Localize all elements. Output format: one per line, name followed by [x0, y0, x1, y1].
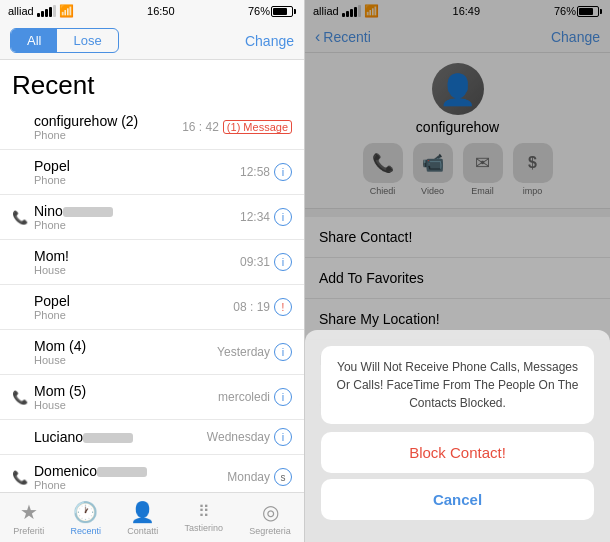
contact-time: 09:31: [240, 255, 270, 269]
voicemail-icon: ◎: [262, 500, 279, 524]
contact-info: Mom (5) House: [34, 383, 218, 411]
segment-control[interactable]: All Lose: [10, 28, 119, 53]
contact-info: Nino Phone: [34, 203, 240, 231]
contact-type: Phone: [34, 309, 233, 321]
phone-icon: 📞: [12, 390, 28, 405]
segment-lose[interactable]: Lose: [57, 29, 117, 52]
tab-label: Preferiti: [13, 526, 44, 536]
tab-segreteria[interactable]: ◎ Segreteria: [249, 500, 291, 536]
header-left: All Lose Change: [0, 22, 304, 60]
change-button-left[interactable]: Change: [245, 33, 294, 49]
tab-preferiti[interactable]: ★ Preferiti: [13, 500, 44, 536]
contact-type: Phone: [34, 219, 240, 231]
contact-name: configurehow (2): [34, 113, 182, 129]
contact-name: Popel: [34, 293, 233, 309]
contacts-list: configurehow (2) Phone 16 : 42 (1) Messa…: [0, 105, 304, 492]
alert-warning-text: You Will Not Receive Phone Calls, Messag…: [321, 346, 594, 424]
person-icon: 👤: [130, 500, 155, 524]
info-button[interactable]: i: [274, 343, 292, 361]
info-button[interactable]: !: [274, 298, 292, 316]
contact-item[interactable]: Mom! House 09:31 i: [0, 240, 304, 285]
contact-name: Nino: [34, 203, 240, 219]
grid-icon: ⠿: [198, 502, 210, 521]
contact-name: Mom!: [34, 248, 240, 264]
contact-item[interactable]: Luciano Wednesday i: [0, 420, 304, 455]
tab-label: Contatti: [127, 526, 158, 536]
contact-type: Phone: [34, 129, 182, 141]
cancel-button[interactable]: Cancel: [321, 479, 594, 520]
clock-icon: 🕐: [73, 500, 98, 524]
info-button[interactable]: i: [274, 163, 292, 181]
contact-type: House: [34, 354, 217, 366]
tab-label: Tastierino: [184, 523, 223, 533]
contact-item[interactable]: 📞 Domenico Phone Monday s: [0, 455, 304, 492]
contact-type: House: [34, 264, 240, 276]
message-badge: (1) Message: [223, 120, 292, 134]
segment-all[interactable]: All: [11, 29, 57, 52]
carrier-text-left: alliad: [8, 5, 34, 17]
contact-info: Popel Phone: [34, 158, 240, 186]
battery-left: 76%: [248, 5, 296, 17]
phone-icon: 📞: [12, 210, 28, 225]
contact-info: Mom! House: [34, 248, 240, 276]
contact-time: Wednesday: [207, 430, 270, 444]
contact-info: Luciano: [34, 429, 207, 445]
info-button[interactable]: i: [274, 253, 292, 271]
right-panel: alliad 📶 16:49 76% ‹ Recenti Change: [305, 0, 610, 542]
contact-info: Domenico Phone: [34, 463, 227, 491]
time-left: 16:50: [147, 5, 175, 17]
contact-item[interactable]: Mom (4) House Yesterday i: [0, 330, 304, 375]
contact-name: Luciano: [34, 429, 207, 445]
contact-type: Phone: [34, 479, 227, 491]
info-button[interactable]: i: [274, 388, 292, 406]
contact-name: Mom (5): [34, 383, 218, 399]
left-panel: alliad 📶 16:50 76% All Lose Change: [0, 0, 305, 542]
contact-info: configurehow (2) Phone: [34, 113, 182, 141]
contact-info: Mom (4) House: [34, 338, 217, 366]
contact-time: Yesterday: [217, 345, 270, 359]
info-button[interactable]: s: [274, 468, 292, 486]
contact-item[interactable]: Popel Phone 12:58 i: [0, 150, 304, 195]
contact-type: House: [34, 399, 218, 411]
star-icon: ★: [20, 500, 38, 524]
phone-icon: 📞: [12, 470, 28, 485]
contact-type: Phone: [34, 174, 240, 186]
contact-item[interactable]: Popel Phone 08 : 19 !: [0, 285, 304, 330]
contact-info: Popel Phone: [34, 293, 233, 321]
contact-item[interactable]: configurehow (2) Phone 16 : 42 (1) Messa…: [0, 105, 304, 150]
tab-tastierino[interactable]: ⠿ Tastierino: [184, 502, 223, 533]
contact-time: 08 : 19: [233, 300, 270, 314]
signal-bars-left: [37, 5, 56, 17]
tab-bar-left: ★ Preferiti 🕐 Recenti 👤 Contatti ⠿ Tasti…: [0, 492, 304, 542]
contact-item[interactable]: 📞 Mom (5) House mercoledi i: [0, 375, 304, 420]
contact-item[interactable]: 📞 Nino Phone 12:34 i: [0, 195, 304, 240]
contact-time: 12:58: [240, 165, 270, 179]
contact-time: mercoledi: [218, 390, 270, 404]
block-alert-overlay: You Will Not Receive Phone Calls, Messag…: [305, 0, 610, 542]
contact-time: 16 : 42: [182, 120, 219, 134]
tab-recenti[interactable]: 🕐 Recenti: [70, 500, 101, 536]
section-title-left: Recent: [0, 60, 304, 105]
contact-name: Domenico: [34, 463, 227, 479]
contact-name: Popel: [34, 158, 240, 174]
tab-label: Segreteria: [249, 526, 291, 536]
alert-box: You Will Not Receive Phone Calls, Messag…: [305, 330, 610, 542]
carrier-left: alliad 📶: [8, 4, 74, 18]
status-bar-left: alliad 📶 16:50 76%: [0, 0, 304, 22]
info-button[interactable]: i: [274, 428, 292, 446]
contact-time: 12:34: [240, 210, 270, 224]
block-contact-button[interactable]: Block Contact!: [321, 432, 594, 473]
contact-name: Mom (4): [34, 338, 217, 354]
tab-contatti[interactable]: 👤 Contatti: [127, 500, 158, 536]
info-button[interactable]: i: [274, 208, 292, 226]
wifi-icon-left: 📶: [59, 4, 74, 18]
tab-label: Recenti: [70, 526, 101, 536]
contact-time: Monday: [227, 470, 270, 484]
